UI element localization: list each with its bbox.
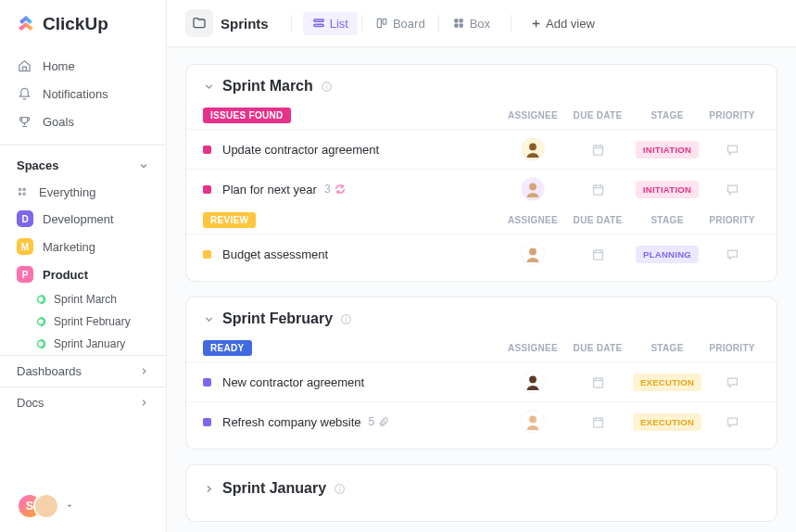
- cell-due[interactable]: [565, 375, 630, 389]
- sprint-header[interactable]: Sprint January: [186, 480, 777, 506]
- nav-goals[interactable]: Goals: [0, 108, 166, 135]
- svg-point-0: [19, 188, 20, 190]
- folder-button[interactable]: [185, 9, 213, 37]
- view-tab-list[interactable]: List: [303, 12, 358, 35]
- svg-rect-38: [339, 488, 340, 490]
- task-name: Update contractor agreement: [222, 143, 379, 157]
- cell-assignee[interactable]: [500, 410, 565, 434]
- task-comments[interactable]: 3: [324, 183, 346, 196]
- space-label: Development: [43, 212, 114, 226]
- cell-priority[interactable]: [704, 415, 760, 429]
- cell-assignee[interactable]: [500, 370, 565, 394]
- view-tab-box[interactable]: Box: [443, 12, 499, 35]
- cell-stage[interactable]: EXECUTION: [630, 374, 704, 391]
- avatar: [33, 493, 59, 519]
- nav-notifications[interactable]: Notifications: [0, 80, 166, 108]
- svg-point-37: [339, 486, 340, 487]
- chevron-right-icon: [139, 366, 149, 376]
- task-row[interactable]: New contractor agreementEXECUTION: [186, 361, 777, 401]
- spaces-label: Spaces: [17, 158, 59, 172]
- svg-rect-26: [593, 250, 602, 260]
- space-item[interactable]: PProduct: [0, 260, 166, 288]
- status-pill[interactable]: ISSUES FOUND: [203, 108, 291, 123]
- cell-stage[interactable]: INITIATION: [630, 181, 704, 198]
- col-stage: STAGE: [630, 343, 704, 353]
- brand-logo[interactable]: ClickUp: [0, 0, 166, 48]
- nav-dashboards[interactable]: Dashboards: [0, 355, 166, 386]
- tab-label: Box: [470, 17, 490, 31]
- paperclip-icon: [378, 416, 389, 427]
- task-attachments[interactable]: 5: [369, 415, 390, 428]
- task-name: Refresh company website: [222, 415, 361, 429]
- nav-docs[interactable]: Docs: [0, 386, 166, 418]
- status-pill[interactable]: REVIEW: [203, 212, 256, 228]
- space-label: Everything: [39, 185, 95, 199]
- svg-rect-7: [313, 19, 323, 21]
- svg-point-19: [529, 144, 537, 151]
- status-pill[interactable]: READY: [203, 340, 252, 356]
- cell-due[interactable]: [565, 415, 630, 429]
- svg-point-3: [23, 193, 25, 195]
- cell-stage[interactable]: PLANNING: [630, 246, 704, 263]
- avatar: [521, 177, 545, 201]
- cell-priority[interactable]: [704, 143, 760, 157]
- stage-pill: INITIATION: [636, 141, 699, 158]
- space-sublist: Sprint MarchSprint FebruarySprint Januar…: [0, 288, 166, 355]
- col-assignee: ASSIGNEE: [500, 343, 565, 353]
- space-item[interactable]: MMarketing: [0, 233, 166, 260]
- task-row[interactable]: Budget assessmentPLANNING: [186, 234, 777, 273]
- caret-down-icon[interactable]: [65, 501, 74, 511]
- col-stage: STAGE: [630, 215, 704, 225]
- sprint-card: Sprint MarchISSUES FOUNDASSIGNEEDUE DATE…: [185, 64, 777, 282]
- col-due: DUE DATE: [565, 110, 630, 120]
- space-everything[interactable]: Everything: [0, 180, 166, 205]
- cell-due[interactable]: [565, 143, 630, 157]
- info-icon: [334, 483, 346, 495]
- stage-pill: INITIATION: [636, 181, 699, 198]
- spaces-header[interactable]: Spaces: [0, 151, 166, 180]
- separator: [511, 15, 512, 32]
- nav-home[interactable]: Home: [0, 52, 166, 80]
- cell-priority[interactable]: [704, 375, 760, 389]
- user-avatars[interactable]: S: [17, 493, 59, 519]
- trophy-icon: [17, 114, 32, 129]
- avatar: [521, 242, 545, 266]
- col-stage: STAGE: [630, 110, 704, 120]
- avatar: [521, 410, 545, 434]
- separator: [438, 15, 439, 32]
- space-label: Marketing: [43, 240, 95, 254]
- chevron-icon: [203, 483, 215, 495]
- svg-rect-10: [383, 19, 386, 24]
- view-tab-board[interactable]: Board: [366, 12, 435, 35]
- sprint-link[interactable]: Sprint January: [19, 333, 166, 355]
- svg-point-2: [19, 193, 20, 195]
- task-row[interactable]: Refresh company website5 EXECUTION: [186, 401, 777, 441]
- sprint-icon: [35, 316, 46, 327]
- cell-stage[interactable]: EXECUTION: [630, 413, 704, 431]
- cell-priority[interactable]: [704, 247, 760, 261]
- cell-assignee[interactable]: [500, 177, 565, 201]
- cell-assignee[interactable]: [500, 137, 565, 161]
- task-row[interactable]: Plan for next year3 INITIATION: [186, 169, 777, 209]
- sprint-title: Sprint February: [222, 310, 333, 327]
- recur-icon: [335, 184, 346, 195]
- cell-due[interactable]: [565, 183, 630, 196]
- sprint-header[interactable]: Sprint March: [186, 78, 777, 104]
- cell-assignee[interactable]: [500, 242, 565, 266]
- sprint-link[interactable]: Sprint February: [19, 310, 166, 333]
- task-name: Plan for next year: [222, 183, 317, 196]
- cell-stage[interactable]: INITIATION: [630, 141, 704, 158]
- add-view-button[interactable]: Add view: [523, 12, 602, 35]
- svg-rect-35: [593, 418, 602, 427]
- task-row[interactable]: Update contractor agreementINITIATION: [186, 129, 777, 169]
- cell-priority[interactable]: [704, 183, 760, 196]
- svg-rect-20: [593, 146, 602, 155]
- task-name: New contractor agreement: [222, 375, 364, 389]
- sprint-link[interactable]: Sprint March: [19, 288, 166, 310]
- space-item[interactable]: DDevelopment: [0, 205, 166, 233]
- task-status-dot: [203, 378, 211, 386]
- cell-due[interactable]: [565, 247, 630, 261]
- task-status-dot: [203, 185, 211, 194]
- sprint-icon: [35, 294, 46, 305]
- sprint-header[interactable]: Sprint February: [186, 310, 777, 336]
